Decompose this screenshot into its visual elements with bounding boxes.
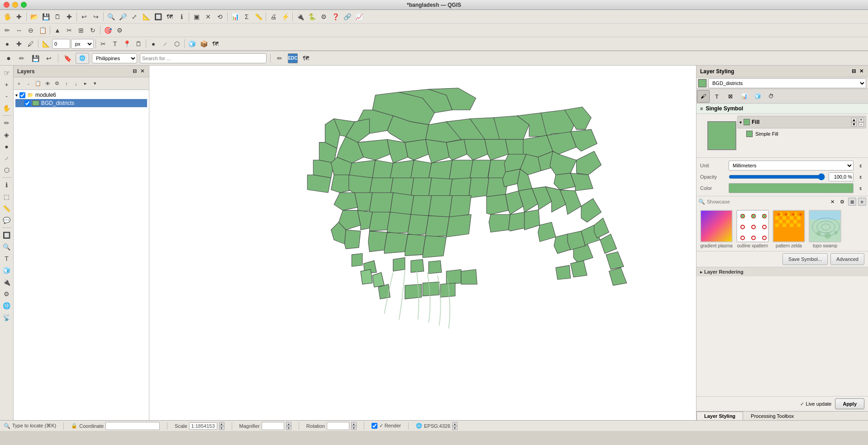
toggle-editing-icon[interactable]: ✏ (16, 53, 27, 64)
lt-annotation[interactable]: 💬 (1, 215, 12, 226)
showcase-settings-btn[interactable]: ⚙ (838, 198, 846, 206)
opacity-expression-btn[interactable]: ε (857, 173, 864, 180)
layer-styling-float-btn[interactable]: ⊟ (850, 68, 857, 75)
toolbar-plugins[interactable]: 🔌 (295, 11, 305, 22)
layer-rendering-header[interactable]: ▸ Layer Rendering (696, 267, 868, 276)
toolbar-locator[interactable]: 🔗 (342, 11, 353, 22)
revert-icon[interactable]: ↩ (43, 53, 54, 64)
toolbar-identify[interactable]: ℹ (176, 11, 187, 22)
fill-move-up-btn[interactable]: ▲ (851, 118, 857, 122)
status-rotation-input[interactable]: 0,0 ° (327, 422, 349, 430)
lt-plugin2[interactable]: ⚙ (1, 289, 12, 299)
color-bar[interactable] (729, 183, 854, 193)
toolbar-new[interactable]: ✚ (64, 11, 75, 22)
epsg-down-btn[interactable]: ▼ (452, 426, 458, 430)
lt-plugin1[interactable]: 🔌 (1, 277, 12, 288)
layers-move-down[interactable]: ↓ (72, 79, 81, 88)
lt-polygon[interactable]: ⬡ (1, 165, 12, 175)
toolbar-merge[interactable]: ⊞ (76, 25, 86, 36)
style-label-icon[interactable]: T (711, 90, 723, 103)
edc-badge[interactable]: EDC (288, 53, 298, 63)
toolbar-snap[interactable]: 🎯 (102, 25, 113, 36)
showcase-item-gradient-plasma[interactable]: gradient plasma (700, 210, 733, 248)
style-paintbrush-icon[interactable]: 🖌 (697, 90, 710, 103)
epsg-spinners[interactable]: ▲ ▼ (452, 422, 458, 430)
toolbar-save[interactable]: 💾 (40, 11, 51, 22)
crs-icon[interactable]: 🌐 (76, 53, 89, 64)
toolbar-print[interactable]: 🖨 (268, 11, 279, 22)
style-mask-icon[interactable]: ⊠ (724, 90, 737, 103)
status-epsg-area[interactable]: 🌐 EPSG:4326 ▲ ▼ (416, 422, 458, 430)
layers-move-up[interactable]: ↑ (62, 79, 71, 88)
lt-point[interactable]: ● (1, 141, 12, 152)
toolbar-measure[interactable]: 📏 (253, 11, 264, 22)
simple-fill-row[interactable]: Simple Fill (737, 129, 866, 138)
toolbar-point-layer[interactable]: ● (148, 38, 159, 49)
lt-feature[interactable]: 🔲 (1, 230, 12, 241)
showcase-item-pattern-zelda[interactable]: pattern zelda (773, 210, 805, 248)
toolbar-vertex[interactable]: ▲ (52, 25, 63, 36)
toolbar-georef[interactable]: ⚡ (280, 11, 291, 22)
toolbar-zoom-out[interactable]: 🔎 (117, 11, 128, 22)
toolbar-zoom-full[interactable]: ⤢ (129, 11, 140, 22)
lt-zoom-in[interactable]: + (1, 79, 12, 90)
lt-node[interactable]: ◈ (1, 129, 12, 140)
lt-measure[interactable]: 📏 (1, 203, 12, 214)
layer-item-bgd[interactable]: BGD_districts (15, 99, 147, 107)
current-edits-icon[interactable]: ● (4, 53, 14, 63)
bookmark-icon[interactable]: 🔖 (62, 53, 73, 64)
toolbar-pan[interactable]: ✚ (14, 11, 24, 22)
lt-spatial-query[interactable]: 🔍 (1, 241, 12, 252)
layers-panel-close[interactable]: ✕ (139, 68, 145, 75)
showcase-item-outline-xpattern[interactable]: outline xpattern (736, 210, 769, 248)
toolbar-invert-selection[interactable]: ⟲ (215, 11, 225, 22)
style-history-icon[interactable]: ⏱ (765, 90, 777, 103)
toolbar-pan-map[interactable]: 🗺 (164, 11, 175, 22)
minimize-button[interactable] (12, 2, 18, 8)
lt-pan[interactable]: ✋ (1, 103, 12, 114)
fill-move-down-btn[interactable]: ▼ (851, 122, 857, 127)
lt-label[interactable]: T (1, 253, 12, 264)
magnifier-up-btn[interactable]: ▲ (286, 422, 291, 426)
render-checkbox[interactable] (372, 423, 377, 429)
showcase-item-topo-swamp[interactable]: topo swamp (809, 210, 841, 248)
showcase-clear-btn[interactable]: ✕ (828, 198, 836, 206)
toolbar-deselect[interactable]: ✕ (203, 11, 214, 22)
status-coordinate-input[interactable]: 88.306,26.693 (105, 422, 160, 430)
showcase-list-view-btn[interactable]: ≡ (858, 198, 866, 206)
toolbar-split[interactable]: ✂ (64, 25, 75, 36)
advanced-btn[interactable]: Advanced (830, 253, 864, 265)
status-render-area[interactable]: ✓ Render (372, 423, 401, 429)
snap-unit-select[interactable]: px (71, 39, 94, 49)
toolbar-map-canvas[interactable]: 🗺 (210, 38, 221, 49)
layers-toggle[interactable]: 👁 (43, 79, 52, 88)
layers-add-btn[interactable]: + (14, 79, 24, 88)
toolbar-pointer[interactable]: 🖐 (2, 11, 13, 22)
opacity-slider[interactable] (729, 173, 825, 180)
toolbar-paste[interactable]: 📋 (37, 25, 48, 36)
toolbar-snap-angle[interactable]: 📐 (40, 38, 51, 49)
toolbar-snapping-opts[interactable]: ⚙ (114, 25, 125, 36)
showcase-grid-view-btn[interactable]: ⊞ (848, 198, 856, 206)
toolbar-label[interactable]: T (110, 38, 120, 49)
window-controls[interactable] (4, 2, 27, 8)
lt-line[interactable]: ⟋ (1, 153, 12, 164)
toolbar-rotate[interactable]: ↻ (87, 25, 98, 36)
rotation-up-btn[interactable]: ▲ (351, 422, 357, 426)
toolbar-digitize-adv[interactable]: ✂ (98, 38, 109, 49)
toolbar-processing[interactable]: ⚙ (318, 11, 329, 22)
search-input[interactable] (140, 53, 267, 63)
lt-touch[interactable]: ☞ (1, 67, 12, 78)
showcase-search-input[interactable] (707, 199, 826, 204)
layers-panel-float[interactable]: ⊟ (131, 68, 138, 75)
rotation-down-btn[interactable]: ▼ (351, 426, 357, 430)
lt-select[interactable]: ⬚ (1, 191, 12, 202)
save-edits-icon[interactable]: 💾 (30, 53, 41, 64)
opacity-value-input[interactable] (829, 172, 854, 181)
layer-name-select[interactable]: BGD_districts (708, 78, 866, 88)
toolbar-pin-annotation[interactable]: 📍 (121, 38, 132, 49)
toolbar-new-3d[interactable]: 📦 (198, 38, 209, 49)
toolbar-polygon-layer[interactable]: ⬡ (172, 38, 182, 49)
single-symbol-row[interactable]: ≡ Single Symbol (696, 104, 868, 114)
toolbar-delete[interactable]: ⊖ (25, 25, 36, 36)
